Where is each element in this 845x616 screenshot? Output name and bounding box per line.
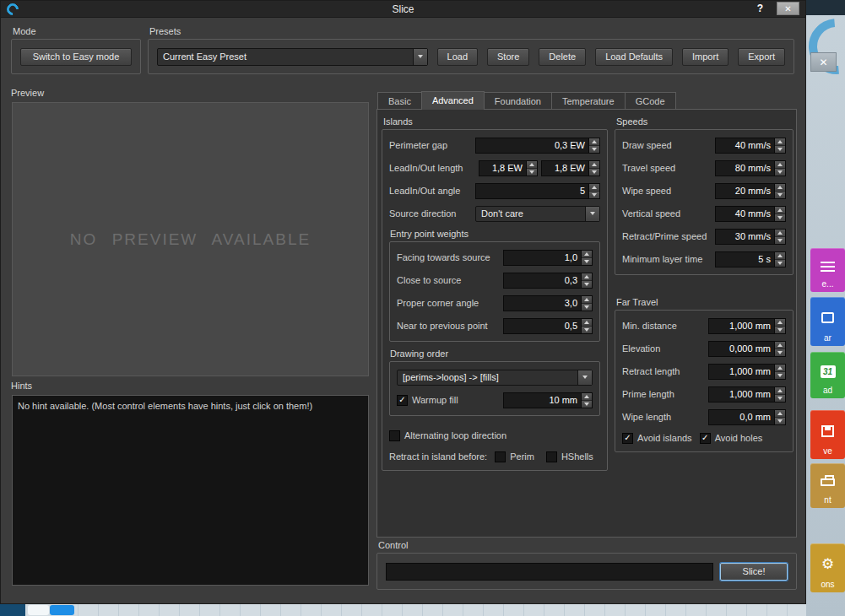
perimeter-gap-spinbox[interactable]: 0,3 EW — [475, 138, 600, 154]
spin-down-button[interactable] — [582, 258, 592, 265]
sidebar-item-clear[interactable]: ar — [810, 297, 845, 346]
tab-gcode[interactable]: GCode — [625, 92, 676, 109]
retract-length-spinbox[interactable]: 1,000 mm — [708, 364, 786, 380]
spin-up-button[interactable] — [775, 184, 785, 192]
alternating-loop-direction-checkbox[interactable] — [389, 430, 400, 441]
spin-down-button[interactable] — [582, 304, 592, 311]
tab-temperature[interactable]: Temperature — [551, 92, 626, 109]
spin-down-button[interactable] — [775, 395, 785, 402]
perimeter-gap-value[interactable]: 0,3 EW — [476, 138, 588, 153]
avoid-islands-checkbox[interactable] — [622, 433, 633, 444]
delete-button[interactable]: Delete — [539, 48, 586, 66]
spin-down-button[interactable] — [775, 214, 785, 221]
min-distance-value[interactable]: 1,000 mm — [709, 319, 774, 333]
leadinout-length-value-2[interactable]: 1,8 EW — [542, 161, 588, 176]
spin-up-button[interactable] — [582, 251, 592, 258]
vertical-speed-value[interactable]: 40 mm/s — [716, 207, 774, 221]
wipe-speed-spinbox[interactable]: 20 mm/s — [715, 183, 786, 199]
travel-speed-spinbox[interactable]: 80 mm/s — [715, 160, 786, 176]
facing-towards-source-spinbox[interactable]: 1,0 — [503, 250, 593, 266]
spin-up-button[interactable] — [775, 230, 785, 237]
spin-down-button[interactable] — [775, 418, 785, 424]
chevron-down-icon[interactable] — [413, 49, 427, 65]
slice-button[interactable]: Slice! — [720, 563, 788, 581]
sidebar-item-slice[interactable]: e... — [810, 248, 845, 292]
retract-prime-speed-value[interactable]: 30 mm/s — [716, 230, 774, 244]
switch-to-easy-mode-button[interactable]: Switch to Easy mode — [20, 48, 132, 66]
retract-prime-speed-spinbox[interactable]: 30 mm/s — [715, 229, 786, 245]
close-to-source-spinbox[interactable]: 0,3 — [503, 273, 593, 289]
bottom-bar-blue-button[interactable] — [50, 605, 74, 615]
spin-down-button[interactable] — [775, 349, 785, 356]
spin-up-button[interactable] — [582, 319, 592, 327]
warmup-fill-checkbox[interactable] — [397, 395, 408, 406]
sidebar-item-options[interactable]: ⚙ ons — [810, 543, 845, 592]
spin-up-button[interactable] — [582, 273, 592, 281]
spin-down-button[interactable] — [589, 192, 599, 198]
spin-down-button[interactable] — [589, 169, 599, 176]
background-close-button[interactable]: ✕ — [810, 52, 837, 72]
spin-down-button[interactable] — [582, 401, 592, 408]
spin-down-button[interactable] — [582, 327, 592, 333]
spin-down-button[interactable] — [775, 327, 785, 333]
sidebar-item-print[interactable]: nt — [810, 463, 845, 508]
prime-length-spinbox[interactable]: 1,000 mm — [708, 386, 786, 403]
leadinout-length-value-1[interactable]: 1,8 EW — [479, 161, 526, 176]
spin-up-button[interactable] — [775, 207, 785, 214]
warmup-fill-spinbox[interactable]: 10 mm — [503, 392, 593, 408]
retract-perim-checkbox[interactable] — [495, 451, 506, 462]
draw-speed-value[interactable]: 40 mm/s — [716, 138, 774, 153]
preset-combobox[interactable]: Current Easy Preset — [157, 48, 428, 66]
import-button[interactable]: Import — [682, 48, 729, 66]
spin-up-button[interactable] — [775, 365, 785, 372]
elevation-value[interactable]: 0,000 mm — [709, 342, 774, 356]
warmup-fill-value[interactable]: 10 mm — [504, 393, 581, 408]
tab-advanced[interactable]: Advanced — [421, 91, 485, 110]
source-direction-combobox[interactable]: Don't care — [475, 206, 600, 222]
retract-hshells-checkbox[interactable] — [546, 451, 557, 462]
title-bar[interactable]: Slice ? ✕ — [1, 1, 805, 18]
wipe-length-spinbox[interactable]: 0,0 mm — [708, 409, 786, 425]
minimum-layer-time-value[interactable]: 5 s — [716, 252, 774, 267]
elevation-spinbox[interactable]: 0,000 mm — [708, 341, 786, 357]
leadinout-length-spinbox-2[interactable]: 1,8 EW — [541, 160, 600, 176]
spin-up-button[interactable] — [775, 319, 785, 327]
help-button[interactable]: ? — [757, 3, 763, 14]
load-button[interactable]: Load — [437, 48, 478, 66]
spin-up-button[interactable] — [589, 138, 599, 146]
spin-down-button[interactable] — [582, 281, 592, 288]
close-to-source-value[interactable]: 0,3 — [504, 273, 581, 288]
draw-speed-spinbox[interactable]: 40 mm/s — [715, 138, 786, 154]
proper-corner-angle-value[interactable]: 3,0 — [504, 296, 581, 311]
spin-up-button[interactable] — [775, 342, 785, 349]
wipe-length-value[interactable]: 0,0 mm — [709, 410, 774, 424]
spin-down-button[interactable] — [589, 146, 599, 153]
chevron-down-icon[interactable] — [585, 207, 599, 221]
spin-down-button[interactable] — [775, 372, 785, 379]
spin-down-button[interactable] — [775, 146, 785, 153]
spin-up-button[interactable] — [582, 296, 592, 304]
leadinout-length-spinbox-1[interactable]: 1,8 EW — [479, 160, 538, 176]
leadinout-angle-value[interactable]: 5 — [476, 184, 588, 198]
spin-up-button[interactable] — [582, 393, 592, 401]
spin-down-button[interactable] — [775, 237, 785, 244]
facing-towards-source-value[interactable]: 1,0 — [504, 251, 581, 265]
avoid-holes-checkbox[interactable] — [700, 433, 711, 444]
min-distance-spinbox[interactable]: 1,000 mm — [708, 318, 786, 334]
spin-up-button[interactable] — [775, 387, 785, 395]
spin-up-button[interactable] — [775, 138, 785, 146]
retract-length-value[interactable]: 1,000 mm — [709, 365, 774, 379]
bottom-bar-white-button[interactable] — [28, 605, 49, 615]
minimum-layer-time-spinbox[interactable]: 5 s — [715, 251, 786, 267]
spin-up-button[interactable] — [527, 161, 537, 169]
spin-up-button[interactable] — [589, 161, 599, 169]
spin-up-button[interactable] — [775, 161, 785, 169]
wipe-speed-value[interactable]: 20 mm/s — [716, 184, 774, 198]
proper-corner-angle-spinbox[interactable]: 3,0 — [503, 295, 593, 311]
spin-down-button[interactable] — [775, 260, 785, 267]
tab-foundation[interactable]: Foundation — [484, 92, 552, 109]
travel-speed-value[interactable]: 80 mm/s — [716, 161, 774, 176]
leadinout-angle-spinbox[interactable]: 5 — [475, 183, 600, 199]
near-to-previous-point-value[interactable]: 0,5 — [504, 319, 581, 333]
spin-down-button[interactable] — [775, 192, 785, 198]
